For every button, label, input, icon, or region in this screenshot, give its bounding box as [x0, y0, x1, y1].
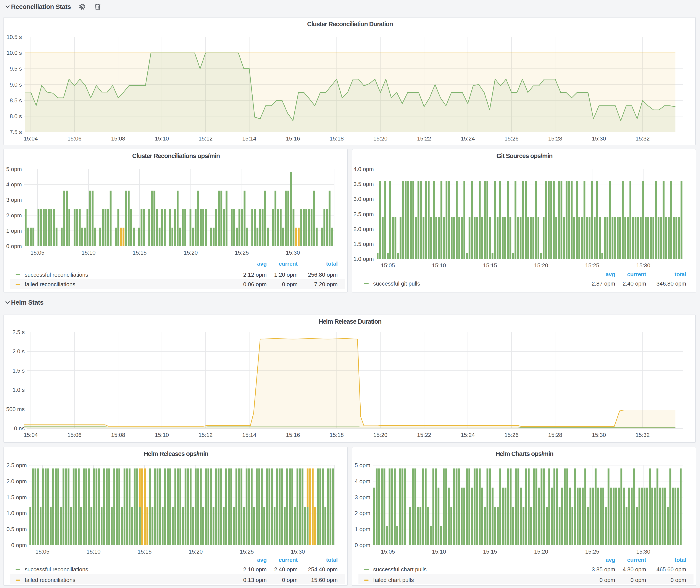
svg-text:avg: avg: [257, 557, 267, 563]
svg-text:465.60 opm: 465.60 opm: [656, 566, 686, 573]
svg-text:15:15: 15:15: [483, 548, 497, 555]
svg-text:0 opm: 0 opm: [600, 577, 615, 583]
svg-text:1.5 opm: 1.5 opm: [353, 241, 374, 247]
svg-text:1.0 s: 1.0 s: [13, 387, 25, 393]
svg-text:3 opm: 3 opm: [6, 197, 22, 203]
svg-text:1.20 opm: 1.20 opm: [274, 271, 298, 278]
svg-text:2.5 opm: 2.5 opm: [6, 462, 27, 468]
svg-text:2.0 opm: 2.0 opm: [6, 478, 27, 485]
svg-text:2.40 opm: 2.40 opm: [274, 566, 298, 573]
svg-text:0 opm: 0 opm: [671, 577, 686, 583]
svg-text:15:08: 15:08: [111, 432, 125, 438]
svg-text:total: total: [326, 557, 338, 563]
svg-text:avg: avg: [606, 271, 615, 278]
svg-text:15:05: 15:05: [381, 548, 395, 555]
svg-text:15:16: 15:16: [286, 432, 300, 438]
svg-text:total: total: [326, 260, 338, 267]
svg-text:15:20: 15:20: [373, 135, 387, 142]
svg-text:4.0 opm: 4.0 opm: [353, 166, 374, 172]
svg-text:2 opm: 2 opm: [6, 212, 22, 219]
svg-text:15:32: 15:32: [635, 135, 650, 142]
svg-text:Git Sources ops/min: Git Sources ops/min: [496, 152, 552, 159]
svg-text:2 opm: 2 opm: [355, 510, 370, 516]
svg-text:15:20: 15:20: [189, 548, 203, 555]
svg-text:2.40 opm: 2.40 opm: [623, 280, 646, 287]
svg-text:15:24: 15:24: [461, 432, 475, 438]
svg-text:15:26: 15:26: [505, 135, 519, 142]
svg-text:0 opm: 0 opm: [282, 577, 298, 583]
svg-text:15:25: 15:25: [585, 262, 599, 269]
svg-text:total: total: [675, 557, 686, 563]
svg-text:15:12: 15:12: [198, 135, 213, 142]
svg-text:2.87 opm: 2.87 opm: [592, 280, 615, 287]
svg-text:2.0 opm: 2.0 opm: [353, 226, 374, 232]
svg-text:1.5 opm: 1.5 opm: [6, 494, 27, 501]
svg-text:254.40 opm: 254.40 opm: [308, 566, 338, 573]
svg-text:Helm Release Duration: Helm Release Duration: [319, 318, 382, 325]
svg-text:15:25: 15:25: [235, 249, 249, 256]
svg-text:current: current: [279, 260, 298, 267]
svg-text:15:30: 15:30: [291, 548, 305, 555]
svg-text:failed reconciliations: failed reconciliations: [25, 281, 75, 288]
svg-text:avg: avg: [606, 557, 615, 563]
svg-text:15:05: 15:05: [30, 249, 44, 256]
svg-text:successful reconciliations: successful reconciliations: [25, 566, 88, 573]
svg-text:2.5 s: 2.5 s: [13, 329, 25, 335]
svg-text:Cluster Reconciliations ops/mi: Cluster Reconciliations ops/min: [132, 152, 220, 159]
svg-text:Cluster Reconciliation Duratio: Cluster Reconciliation Duration: [307, 21, 393, 27]
svg-text:15:10: 15:10: [432, 262, 446, 269]
svg-text:15:05: 15:05: [35, 548, 49, 555]
svg-text:15:22: 15:22: [417, 135, 431, 142]
svg-text:15:14: 15:14: [242, 135, 256, 142]
svg-text:0.5 opm: 0.5 opm: [6, 526, 27, 532]
svg-text:3 opm: 3 opm: [355, 494, 370, 501]
svg-text:4.80 opm: 4.80 opm: [623, 566, 646, 573]
svg-text:failed reconciliations: failed reconciliations: [25, 577, 75, 583]
svg-text:256.80 opm: 256.80 opm: [308, 271, 338, 278]
svg-text:0 opm: 0 opm: [631, 577, 646, 583]
svg-text:7.20 opm: 7.20 opm: [314, 281, 338, 288]
svg-text:total: total: [675, 271, 686, 278]
svg-text:15:30: 15:30: [592, 135, 606, 142]
svg-text:2.0 s: 2.0 s: [13, 348, 25, 355]
svg-text:15:04: 15:04: [24, 135, 38, 142]
svg-text:15:20: 15:20: [534, 548, 548, 555]
svg-text:15:22: 15:22: [417, 432, 431, 438]
svg-text:0 opm: 0 opm: [6, 243, 22, 249]
svg-text:15:05: 15:05: [381, 262, 395, 269]
svg-text:5 opm: 5 opm: [355, 462, 370, 468]
svg-text:0 opm: 0 opm: [11, 542, 27, 548]
svg-text:15:25: 15:25: [240, 548, 254, 555]
svg-text:15:18: 15:18: [330, 432, 344, 438]
svg-text:1.0 opm: 1.0 opm: [353, 256, 374, 262]
svg-text:10.5 s: 10.5 s: [6, 34, 22, 40]
svg-text:4 opm: 4 opm: [355, 478, 370, 485]
svg-text:15:25: 15:25: [585, 548, 599, 555]
svg-text:15:14: 15:14: [242, 432, 256, 438]
svg-text:failed chart pulls: failed chart pulls: [373, 577, 414, 583]
svg-text:15:15: 15:15: [483, 262, 497, 269]
svg-text:15:30: 15:30: [636, 262, 650, 269]
svg-text:15:12: 15:12: [198, 432, 213, 438]
svg-text:3.0 opm: 3.0 opm: [353, 196, 374, 202]
svg-text:0.06 opm: 0.06 opm: [243, 281, 267, 288]
svg-text:3.5 opm: 3.5 opm: [353, 181, 374, 187]
svg-text:1 opm: 1 opm: [6, 228, 22, 234]
svg-text:5 opm: 5 opm: [6, 166, 22, 172]
svg-text:successful chart pulls: successful chart pulls: [373, 566, 427, 573]
svg-text:15:20: 15:20: [184, 249, 198, 256]
svg-text:15:30: 15:30: [636, 548, 650, 555]
svg-text:Helm Releases ops/min: Helm Releases ops/min: [144, 450, 208, 457]
svg-text:2.12 opm: 2.12 opm: [243, 271, 267, 278]
svg-text:8.5 s: 8.5 s: [10, 97, 22, 104]
svg-text:15:08: 15:08: [111, 135, 125, 142]
svg-text:9.5 s: 9.5 s: [10, 65, 22, 72]
svg-text:15:26: 15:26: [505, 432, 519, 438]
svg-text:successful git pulls: successful git pulls: [373, 280, 420, 287]
svg-text:0 opm: 0 opm: [355, 542, 370, 548]
svg-text:4 opm: 4 opm: [6, 181, 22, 188]
svg-text:15:16: 15:16: [286, 135, 300, 142]
svg-text:1.5 s: 1.5 s: [13, 367, 25, 374]
svg-text:15:10: 15:10: [81, 249, 95, 256]
svg-text:1 opm: 1 opm: [355, 526, 370, 532]
